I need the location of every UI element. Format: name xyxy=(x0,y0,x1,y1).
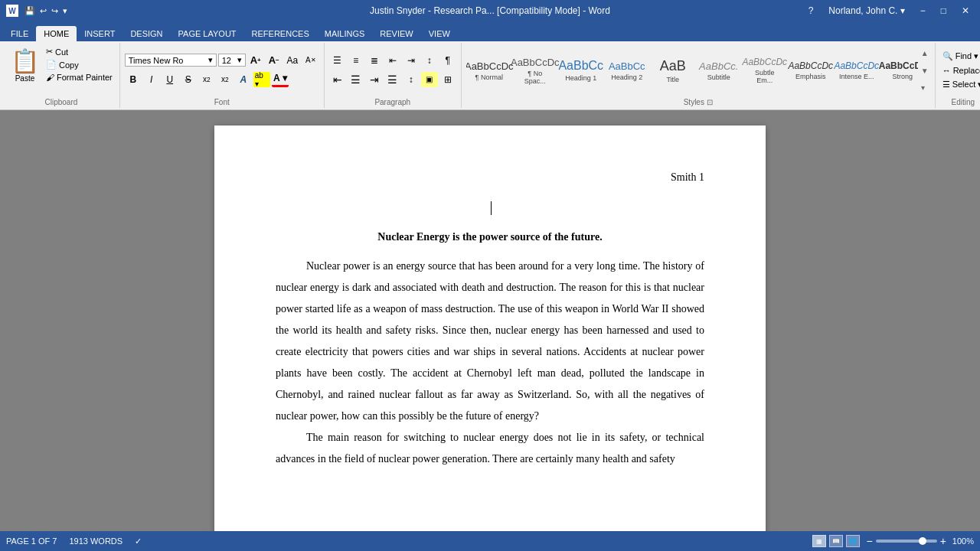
center-button[interactable]: ☰ xyxy=(348,72,364,87)
customize-btn[interactable]: ▾ xyxy=(63,6,67,16)
grow-font-button[interactable]: A+ xyxy=(247,53,264,68)
paragraph-group: ☰ ≡ ≣ ⇤ ⇥ ↕ ¶ ⇤ ☰ ⇥ ☰ ↕ ▣ ⊞ Paragraph xyxy=(325,43,462,108)
font-controls: Times New Ro ▾ 12 ▾ A+ A− Aa A✕ B I U S … xyxy=(125,44,319,96)
subscript-button[interactable]: x2 xyxy=(198,72,215,87)
format-painter-button[interactable]: 🖌 Format Painter xyxy=(44,72,115,83)
maximize-btn[interactable]: □ xyxy=(936,4,951,18)
undo-btn[interactable]: ↩ xyxy=(40,6,47,16)
style-strong-preview: AaBbCcDc xyxy=(879,60,918,71)
style-normal[interactable]: AaBbCcDc ¶ Normal xyxy=(466,47,512,93)
tab-home[interactable]: HOME xyxy=(36,26,77,41)
para-row-1: ☰ ≡ ≣ ⇤ ⇥ ↕ ¶ xyxy=(329,53,456,68)
document-title-text: Nuclear Energy is the power source of th… xyxy=(276,231,704,243)
style-heading1-label: Heading 1 xyxy=(565,74,596,82)
align-left-button[interactable]: ⇤ xyxy=(329,72,346,87)
italic-button[interactable]: I xyxy=(143,72,160,87)
font-size-selector[interactable]: 12 ▾ xyxy=(218,54,246,67)
show-hide-button[interactable]: ¶ xyxy=(439,53,456,68)
style-heading2-preview: AaBbCc xyxy=(609,60,645,72)
cursor-area[interactable] xyxy=(276,199,704,220)
zoom-thumb[interactable] xyxy=(919,537,926,545)
styles-expand[interactable]: ▾ xyxy=(920,82,930,93)
tab-file[interactable]: FILE xyxy=(3,26,36,41)
find-button[interactable]: 🔍 Find ▾ xyxy=(940,51,980,62)
style-strong[interactable]: AaBbCcDc Strong xyxy=(880,47,918,93)
underline-button[interactable]: U xyxy=(162,72,178,87)
zoom-plus-btn[interactable]: + xyxy=(940,535,946,547)
text-effects-button[interactable]: A xyxy=(235,72,252,87)
decrease-indent-button[interactable]: ⇤ xyxy=(384,53,401,68)
style-heading2[interactable]: AaBbCc Heading 2 xyxy=(604,47,650,93)
tab-mailings[interactable]: MAILINGS xyxy=(317,26,373,41)
web-layout-btn[interactable]: 🌐 xyxy=(846,535,860,547)
save-btn[interactable]: 💾 xyxy=(24,6,35,16)
style-heading2-label: Heading 2 xyxy=(611,73,642,81)
tab-references[interactable]: REFERENCES xyxy=(244,26,317,41)
minimize-btn[interactable]: − xyxy=(916,4,930,18)
style-subtle-em[interactable]: AaBbCcDc Subtle Em... xyxy=(742,47,788,93)
font-name-selector[interactable]: Times New Ro ▾ xyxy=(125,54,217,67)
style-intense-em[interactable]: AaBbCcDc Intense E... xyxy=(834,47,880,93)
close-btn[interactable]: ✕ xyxy=(957,4,974,18)
bold-button[interactable]: B xyxy=(125,72,142,87)
line-spacing-button[interactable]: ↕ xyxy=(403,72,420,87)
style-heading1[interactable]: AaBbCc Heading 1 xyxy=(558,47,604,93)
zoom-minus-btn[interactable]: − xyxy=(866,535,872,547)
style-emphasis[interactable]: AaBbCcDc Emphasis xyxy=(788,47,834,93)
clear-formatting-button[interactable]: A✕ xyxy=(302,53,319,68)
document-container[interactable]: Smith 1 Nuclear Energy is the power sour… xyxy=(0,110,980,531)
font-color-button[interactable]: A ▾ xyxy=(272,72,289,87)
borders-button[interactable]: ⊞ xyxy=(439,72,456,87)
superscript-button[interactable]: x2 xyxy=(217,72,234,87)
style-title[interactable]: AaB Title xyxy=(650,47,696,93)
align-right-button[interactable]: ⇥ xyxy=(366,72,383,87)
print-layout-btn[interactable]: ▦ xyxy=(812,535,826,547)
tab-design[interactable]: DESIGN xyxy=(122,26,170,41)
strikethrough-button[interactable]: S xyxy=(180,72,197,87)
select-button[interactable]: ☰ Select ▾ xyxy=(940,79,980,90)
paste-label: Paste xyxy=(15,74,35,83)
editing-group: 🔍 Find ▾ ↔ Replace ☰ Select ▾ Editing xyxy=(936,43,980,108)
paste-button[interactable]: 📋 Paste xyxy=(8,46,42,84)
styles-dialog-btn[interactable]: ⊡ xyxy=(707,98,713,106)
replace-button[interactable]: ↔ Replace xyxy=(940,65,980,76)
cut-label: Cut xyxy=(55,47,68,57)
tab-page-layout[interactable]: PAGE LAYOUT xyxy=(171,26,244,41)
bullets-button[interactable]: ☰ xyxy=(329,53,346,68)
select-label: Select ▾ xyxy=(952,80,980,90)
style-no-spacing[interactable]: AaBbCcDc ¶ No Spac... xyxy=(512,47,558,93)
zoom-slider[interactable] xyxy=(876,540,937,543)
styles-group: AaBbCcDc ¶ Normal AaBbCcDc ¶ No Spac... … xyxy=(462,43,936,108)
tab-insert[interactable]: INSERT xyxy=(77,26,122,41)
document-page[interactable]: Smith 1 Nuclear Energy is the power sour… xyxy=(214,126,766,531)
highlight-color-button[interactable]: ab ▾ xyxy=(253,72,270,87)
style-title-label: Title xyxy=(666,76,679,83)
cut-button[interactable]: ✂ Cut xyxy=(44,46,115,57)
proofing-status: ✓ xyxy=(135,536,142,546)
numbering-button[interactable]: ≡ xyxy=(348,53,364,68)
tab-review[interactable]: REVIEW xyxy=(372,26,420,41)
styles-scroll-up[interactable]: ▲ xyxy=(920,47,930,59)
redo-btn[interactable]: ↪ xyxy=(51,6,58,16)
justify-button[interactable]: ☰ xyxy=(384,72,401,87)
read-mode-btn[interactable]: 📖 xyxy=(829,535,843,547)
clipboard-content: 📋 Paste ✂ Cut 📄 Copy 🖌 Format Painter xyxy=(8,44,115,96)
copy-button[interactable]: 📄 Copy xyxy=(44,59,115,70)
style-subtitle[interactable]: AaBbCc. Subtitle xyxy=(696,47,742,93)
change-case-button[interactable]: Aa xyxy=(284,53,301,68)
style-normal-preview: AaBbCcDc xyxy=(466,60,514,72)
user-info[interactable]: Norland, John C. ▾ xyxy=(824,4,909,18)
increase-indent-button[interactable]: ⇥ xyxy=(403,53,420,68)
font-row-2: B I U S x2 x2 A ab ▾ A ▾ xyxy=(125,72,319,87)
shrink-font-button[interactable]: A− xyxy=(266,53,283,68)
tab-view[interactable]: VIEW xyxy=(421,26,458,41)
document-body[interactable]: Nuclear power is an energy source that h… xyxy=(276,256,704,470)
sort-button[interactable]: ↕ xyxy=(421,53,438,68)
shading-button[interactable]: ▣ xyxy=(421,72,438,87)
help-btn[interactable]: ? xyxy=(804,4,818,18)
styles-scroll: ▲ ▼ ▾ xyxy=(920,47,930,93)
multilevel-button[interactable]: ≣ xyxy=(366,53,383,68)
clipboard-small-buttons: ✂ Cut 📄 Copy 🖌 Format Painter xyxy=(44,46,115,83)
styles-scroll-down[interactable]: ▼ xyxy=(920,65,930,77)
style-subtitle-label: Subtitle xyxy=(707,73,730,81)
